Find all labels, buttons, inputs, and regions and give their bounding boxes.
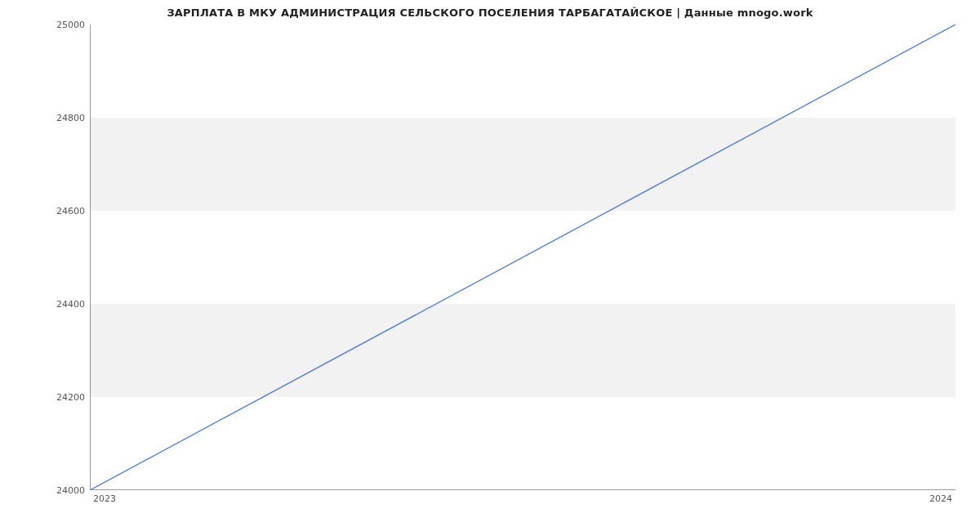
chart-title: ЗАРПЛАТА В МКУ АДМИНИСТРАЦИЯ СЕЛЬСКОГО П… <box>0 7 980 19</box>
grid-band <box>90 397 956 490</box>
y-tick-label: 24200 <box>11 392 85 403</box>
y-tick-label: 24800 <box>11 113 85 123</box>
y-tick-label: 25000 <box>11 20 85 30</box>
plot-area <box>90 25 956 490</box>
y-tick-label: 24600 <box>11 206 85 216</box>
x-tick-label: 2023 <box>93 493 116 504</box>
y-tick-label: 24000 <box>11 485 85 496</box>
x-tick-label: 2024 <box>929 493 952 504</box>
chart-container: ЗАРПЛАТА В МКУ АДМИНИСТРАЦИЯ СЕЛЬСКОГО П… <box>0 0 980 531</box>
y-tick-label: 24400 <box>11 299 85 310</box>
grid-band <box>90 304 956 397</box>
grid-band <box>90 118 956 211</box>
grid-band <box>90 25 956 118</box>
